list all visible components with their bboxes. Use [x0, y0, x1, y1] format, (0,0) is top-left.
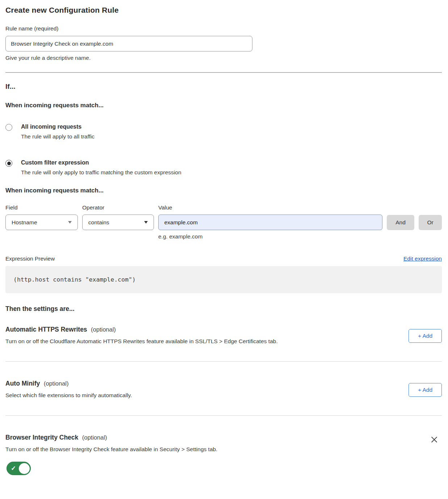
- setting-optional-tag: (optional): [82, 434, 107, 441]
- chevron-down-icon: [68, 221, 72, 224]
- setting-description: Select which file extensions to minify a…: [5, 392, 132, 399]
- rule-name-input[interactable]: [5, 36, 252, 51]
- setting-auto-minify: Auto Minify (optional) Select which file…: [5, 380, 442, 399]
- or-button[interactable]: Or: [419, 215, 442, 230]
- setting-title: Browser Integrity Check: [5, 434, 78, 441]
- setting-browser-integrity-check: Browser Integrity Check (optional) Turn …: [5, 434, 442, 477]
- section-divider: [5, 72, 442, 73]
- setting-description: Turn on or off the Cloudflare Automatic …: [5, 338, 278, 345]
- value-label: Value: [158, 204, 172, 211]
- rule-name-label: Rule name (required): [5, 25, 442, 32]
- operator-label: Operator: [82, 204, 158, 211]
- rule-name-help: Give your rule a descriptive name.: [5, 55, 442, 61]
- expression-code: (http.host contains "example.com"): [13, 276, 136, 283]
- page-title: Create new Configuration Rule: [5, 6, 442, 14]
- setting-automatic-https-rewrites: Automatic HTTPS Rewrites (optional) Turn…: [5, 326, 442, 345]
- operator-select-value: contains: [88, 219, 109, 226]
- toggle-knob: [19, 463, 30, 474]
- expression-preview-label: Expression Preview: [5, 255, 55, 262]
- radio-option-custom-filter-expression[interactable]: Custom filter expression The rule will o…: [5, 159, 442, 176]
- incoming-requests-match-heading: When incoming requests match...: [5, 102, 442, 109]
- and-button[interactable]: And: [387, 215, 414, 230]
- add-automatic-https-rewrites-button[interactable]: + Add: [409, 329, 442, 343]
- field-select-value: Hostname: [12, 219, 37, 226]
- add-auto-minify-button[interactable]: + Add: [409, 383, 442, 397]
- setting-optional-tag: (optional): [91, 326, 116, 333]
- edit-expression-link[interactable]: Edit expression: [403, 255, 442, 262]
- setting-description: Turn on or off the Browser Integrity Che…: [5, 446, 217, 453]
- setting-divider: [5, 361, 442, 362]
- setting-title: Automatic HTTPS Rewrites: [5, 326, 87, 333]
- radio-all-incoming-requests[interactable]: [5, 124, 12, 131]
- operator-select[interactable]: contains: [82, 215, 154, 230]
- check-icon: ✓: [11, 465, 16, 472]
- chevron-down-icon: [144, 221, 148, 224]
- create-configuration-rule-form: Create new Configuration Rule Rule name …: [0, 0, 448, 477]
- value-hint: e.g. example.com: [158, 233, 442, 240]
- then-settings-heading: Then the settings are...: [5, 305, 442, 313]
- radio-label[interactable]: All incoming requests: [21, 124, 95, 130]
- if-heading: If...: [5, 83, 442, 91]
- radio-custom-filter-expression[interactable]: [5, 160, 12, 167]
- value-input[interactable]: [158, 215, 382, 230]
- radio-label[interactable]: Custom filter expression: [21, 159, 181, 166]
- setting-title: Auto Minify: [5, 380, 40, 387]
- radio-description: The rule will only apply to traffic matc…: [21, 169, 181, 176]
- setting-optional-tag: (optional): [44, 380, 69, 387]
- expression-preview-code-block: (http.host contains "example.com"): [5, 266, 442, 293]
- radio-description: The rule will apply to all traffic: [21, 133, 95, 140]
- browser-integrity-check-toggle[interactable]: ✓: [7, 462, 31, 475]
- field-label: Field: [5, 204, 82, 211]
- radio-option-all-incoming-requests[interactable]: All incoming requests The rule will appl…: [5, 124, 442, 140]
- close-icon[interactable]: [430, 436, 438, 444]
- field-select[interactable]: Hostname: [5, 215, 78, 230]
- expression-builder-heading: When incoming requests match...: [5, 187, 442, 194]
- setting-divider: [5, 415, 442, 416]
